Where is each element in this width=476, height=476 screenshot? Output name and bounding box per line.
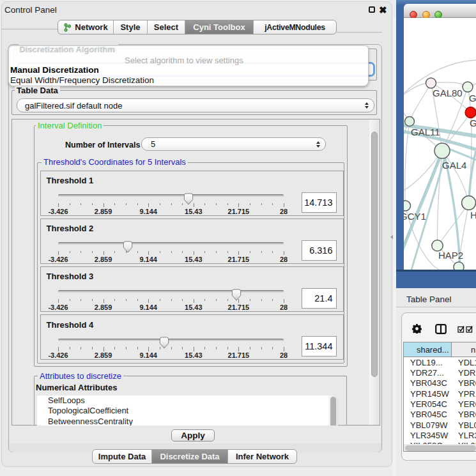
svg-text:GAL4: GAL4: [442, 160, 466, 171]
svg-text:GAL11: GAL11: [411, 127, 440, 137]
svg-text:HAP2: HAP2: [438, 250, 463, 261]
svg-text:GAL80: GAL80: [433, 88, 463, 98]
svg-text:G: G: [470, 118, 476, 128]
svg-text:H: H: [470, 210, 476, 220]
svg-text:GA: GA: [469, 93, 476, 104]
svg-text:GCY1: GCY1: [404, 211, 426, 222]
